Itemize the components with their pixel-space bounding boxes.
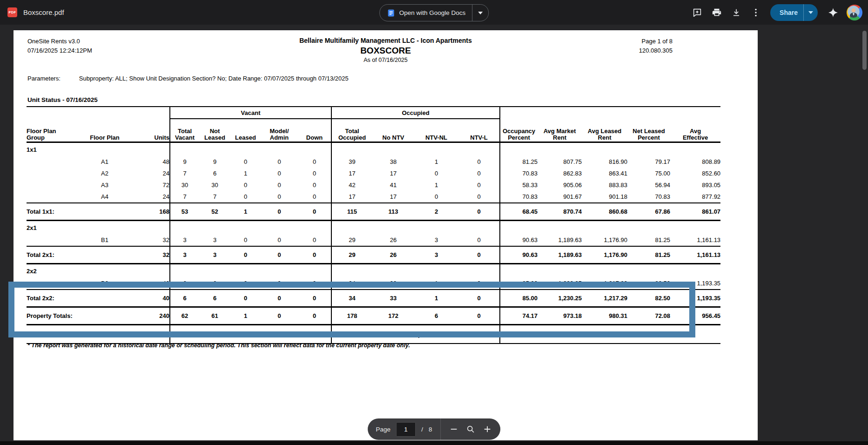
more-vert-icon [751,7,761,18]
col-header-floor-plan-group: Floor Plan Group [27,119,74,142]
col-header-ntv-nl: NTV-NL [414,119,458,142]
cell: 1,161.13 [670,234,720,246]
cell: 3 [199,246,230,264]
cell: 0 [298,179,331,191]
cell: 42 [331,179,372,191]
col-header-occupancy-percent: Occupancy Percent [500,119,538,142]
cell [27,168,74,179]
page-input[interactable] [396,422,416,437]
cell: 70.83 [500,168,538,179]
pdf-canvas: OneSite Rents v3.0 07/16/2025 12:24:12PM… [0,25,868,445]
scrollbar-thumb[interactable] [862,31,867,70]
open-with-caret-button[interactable] [472,5,488,21]
cell: 7 [170,191,199,203]
cell: 90.63 [500,246,538,264]
top-toolbar: PDF Boxscore.pdf Open with Google Docs [0,0,868,25]
cell: 1 [414,156,458,168]
cell: 0 [458,234,500,246]
cell: 0 [414,191,458,203]
zoom-in-button[interactable] [479,421,496,438]
cell: 24 [135,168,170,179]
cell: 17 [331,168,372,179]
cell: 168 [135,203,170,221]
cell: 39 [331,156,372,168]
add-comment-button[interactable] [687,3,707,22]
open-with-button[interactable]: Open with Google Docs [380,5,472,21]
page-info: Page 1 of 8 [639,37,673,46]
account-avatar[interactable] [847,5,862,20]
cell: 32 [135,246,170,264]
minus-icon [449,425,458,434]
page-toolbar: Page / 8 [368,418,501,440]
table-row: A372303000042411058.33905.06883.8356.948… [27,179,720,191]
col-header-net-leased-percent: Net Leased Percent [627,119,670,142]
cell: 0 [261,234,298,246]
cell: A1 [74,156,135,168]
cell: 0 [230,234,261,246]
cell: 0 [261,179,298,191]
col-header-no-ntv: No NTV [372,119,414,142]
cell: 1,189.63 [538,234,582,246]
cell: A4 [74,191,135,203]
cell: 1,189.63 [538,246,582,264]
cell: B1 [74,234,135,246]
cell: 75.00 [627,168,670,179]
group-header-row: Vacant Occupied [27,107,720,119]
cell: 0 [458,179,500,191]
cell: 808.89 [670,156,720,168]
col-header-avg-leased-rent: Avg Leased Rent [582,119,627,142]
cell: 0 [458,156,500,168]
cell: 1,161.13 [670,246,720,264]
sparkle-icon [828,7,839,18]
highlight-box [8,282,695,337]
cell: 26 [372,234,414,246]
cell: 0 [230,179,261,191]
cell: 67.86 [627,203,670,221]
zoom-fit-button[interactable] [462,421,479,438]
share-button[interactable]: Share [770,4,803,21]
cell: 860.68 [582,203,627,221]
parameters-label: Parameters: [27,75,61,82]
page-controls: Page / 8 [368,422,441,437]
cell: 9 [199,156,230,168]
download-button[interactable] [727,3,746,22]
cell: 6 [199,168,230,179]
cell: 81.25 [627,234,670,246]
cell [170,142,331,156]
table-row: A2247610017170070.83862.83863.4175.00852… [27,168,720,179]
more-options-button[interactable] [746,3,766,22]
cell: 0 [298,234,331,246]
cell: 48 [135,156,170,168]
col-header-avg-market-rent: Avg Market Rent [538,119,582,142]
cell: 870.74 [538,203,582,221]
cell: 70.83 [627,191,670,203]
cell: 29 [331,234,372,246]
cell: 32 [135,234,170,246]
col-header-leased: Leased [230,119,261,142]
parameters-value: Subproperty: ALL; Show Unit Designation … [79,75,349,82]
pdf-badge-label: PDF [9,10,16,14]
share-caret-button[interactable] [803,4,818,21]
cell: 113 [372,203,414,221]
page-separator: / [421,426,423,433]
cell: 17 [372,168,414,179]
print-button[interactable] [707,3,727,22]
cell: 1,176.90 [582,234,627,246]
drive-pdf-viewer: PDF Boxscore.pdf Open with Google Docs [0,0,868,445]
pdf-file-icon: PDF [7,7,17,17]
cell: 0 [298,191,331,203]
cell: 0 [230,191,261,203]
col-header-total-vacant: Total Vacant [170,119,199,142]
cell: 0 [414,168,458,179]
cell [27,156,74,168]
col-header-ntv-l: NTV-L [458,119,500,142]
zoom-out-button[interactable] [445,421,462,438]
gemini-button[interactable] [823,3,843,22]
plus-icon [483,425,492,434]
cell: 3 [414,246,458,264]
cell: 7 [170,168,199,179]
report-pagination: Page 1 of 8 120.080.305 [639,37,673,55]
group-header-occupied: Occupied [331,107,500,119]
cell: 79.17 [627,156,670,168]
cell: 81.25 [627,246,670,264]
